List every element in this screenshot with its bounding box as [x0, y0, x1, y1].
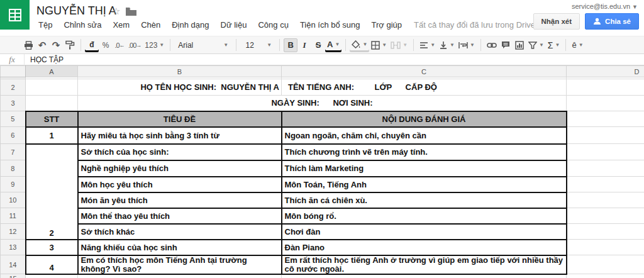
strikethrough-button[interactable]: S: [311, 38, 325, 52]
bold-button[interactable]: B: [284, 38, 297, 52]
account-email[interactable]: service@tis.edu.vn ▼: [572, 3, 638, 10]
cell-D15[interactable]: [567, 274, 644, 278]
formula-bar-value[interactable]: HỌC TẬP: [25, 55, 64, 64]
folder-icon[interactable]: [126, 7, 136, 18]
merge-cells-button[interactable]: ▼: [389, 38, 409, 52]
currency-format-button[interactable]: đ: [85, 38, 99, 52]
cell-B6[interactable]: Hãy miêu tả học sinh bằng 3 tính từ: [78, 127, 282, 144]
row-header-13[interactable]: 13: [1, 240, 26, 255]
cell-A13[interactable]: 3: [26, 240, 78, 255]
cell-D7[interactable]: [567, 144, 644, 160]
insert-link-button[interactable]: [485, 38, 499, 52]
cell-D9[interactable]: [567, 177, 644, 192]
menu-insert[interactable]: Chèn: [135, 18, 166, 31]
star-icon[interactable]: ☆: [112, 6, 120, 17]
cell-C2[interactable]: TÊN TIẾNG ANH: LỚP CẤP ĐỘ: [282, 79, 567, 96]
sheets-logo-icon[interactable]: [0, 0, 30, 30]
column-header-B[interactable]: B: [78, 66, 282, 77]
row-header-12[interactable]: 12: [1, 224, 26, 240]
cell-C8[interactable]: Thích làm Marketing: [282, 160, 567, 177]
cell-A15[interactable]: [26, 274, 78, 278]
cell-B12[interactable]: Sở thích khác: [78, 224, 282, 240]
cell-B5[interactable]: TIÊU ĐỀ: [78, 111, 282, 127]
horizontal-align-button[interactable]: ▼: [418, 38, 437, 52]
menu-data[interactable]: Dữ liệu: [215, 18, 253, 31]
text-color-button[interactable]: A▼: [325, 38, 341, 52]
cell-B14[interactable]: Em có thích học môn Tiếng Anh tại trường…: [78, 255, 282, 274]
undo-button[interactable]: ↶: [35, 38, 49, 52]
cell-D5[interactable]: [567, 111, 644, 127]
increase-decimal-button[interactable]: .00→: [126, 38, 143, 52]
wrap-text-button[interactable]: ▼: [457, 38, 477, 52]
menu-help[interactable]: Trợ giúp: [366, 18, 408, 31]
cell-B15[interactable]: [78, 274, 282, 278]
row-header-5[interactable]: 5: [1, 111, 26, 127]
cell-D3[interactable]: [567, 96, 644, 111]
cell-B13[interactable]: Năng khiếu của học sinh: [78, 240, 282, 255]
cell-A14[interactable]: 4: [26, 255, 78, 274]
fill-color-button[interactable]: ▼: [350, 38, 369, 52]
row-header-9[interactable]: 9: [1, 177, 26, 192]
percent-format-button[interactable]: %: [99, 38, 113, 52]
share-button[interactable]: Chia sẻ: [585, 13, 639, 30]
cell-C14[interactable]: Em rất thích học tiếng Anh ở trường vì g…: [282, 255, 567, 274]
menu-tools[interactable]: Công cụ: [252, 18, 294, 31]
document-title[interactable]: NGUYỄN THỊ A: [36, 4, 116, 18]
row-header-15[interactable]: 15: [1, 274, 26, 278]
cell-B10[interactable]: Món ăn yêu thích: [78, 192, 282, 208]
row-header-3[interactable]: 3: [1, 96, 26, 111]
insert-chart-button[interactable]: [513, 38, 526, 52]
menu-addons[interactable]: Tiện ích bổ sung: [294, 18, 366, 31]
column-header-C[interactable]: C: [282, 66, 567, 77]
cell-C12[interactable]: Chơi đàn: [282, 224, 567, 240]
cell-D14[interactable]: [567, 255, 644, 274]
cell-D11[interactable]: [567, 208, 644, 224]
vertical-align-button[interactable]: ▼: [437, 38, 457, 52]
cell-A3[interactable]: [26, 96, 78, 111]
italic-button[interactable]: I: [297, 38, 311, 52]
cell-B8[interactable]: Nghề nghiệp yêu thích: [78, 160, 282, 177]
cell-C7[interactable]: Thích chương trình vẽ trên máy tính.: [282, 144, 567, 160]
menu-format[interactable]: Định dạng: [166, 18, 214, 31]
font-family-select[interactable]: Arial▼: [174, 38, 232, 52]
row-header-14[interactable]: 14: [1, 255, 26, 274]
decrease-decimal-button[interactable]: .0←: [113, 38, 126, 52]
cell-D6[interactable]: [567, 127, 644, 144]
cell-B9[interactable]: Môn học yêu thích: [78, 177, 282, 192]
cell-D2[interactable]: [567, 79, 644, 96]
menu-view[interactable]: Xem: [107, 18, 135, 31]
row-header-6[interactable]: 6: [1, 127, 26, 144]
cell-A7-A12-merged[interactable]: 2: [26, 144, 78, 240]
number-format-button[interactable]: 123▼: [143, 38, 166, 52]
cell-C15[interactable]: [282, 274, 567, 278]
row-header-7[interactable]: 7: [1, 144, 26, 160]
filter-button[interactable]: ▼: [526, 38, 546, 52]
borders-button[interactable]: ▼: [369, 38, 389, 52]
cell-D8[interactable]: [567, 160, 644, 177]
functions-button[interactable]: Σ▼: [546, 38, 562, 52]
cell-B3[interactable]: NGÀY SINH: NƠI SINH:: [78, 96, 567, 111]
row-header-10[interactable]: 10: [1, 192, 26, 208]
cell-A2[interactable]: [26, 79, 78, 96]
redo-button[interactable]: ↷: [49, 38, 63, 52]
row-header-11[interactable]: 11: [1, 208, 26, 224]
select-all-corner[interactable]: [1, 66, 26, 77]
cell-D12[interactable]: [567, 224, 644, 240]
cell-C9[interactable]: Môn Toán, Tiếng Anh: [282, 177, 567, 192]
font-size-select[interactable]: 12▼: [240, 38, 275, 52]
insert-comment-button[interactable]: [499, 38, 513, 52]
cell-B7[interactable]: Sở thích của học sinh:: [78, 144, 282, 160]
cell-C6[interactable]: Ngoan ngoãn, chăm chỉ, chuyên cần: [282, 127, 567, 144]
print-button[interactable]: [21, 38, 35, 52]
cell-C10[interactable]: Thích ăn cá chiên xù.: [282, 192, 567, 208]
comments-button[interactable]: Nhận xét: [533, 13, 580, 30]
cell-A6[interactable]: 1: [26, 127, 78, 144]
cell-A5[interactable]: STT: [26, 111, 78, 127]
cell-C13[interactable]: Đàn Piano: [282, 240, 567, 255]
cell-D13[interactable]: [567, 240, 644, 255]
column-header-D[interactable]: D: [567, 66, 644, 77]
row-header-2[interactable]: 2: [1, 79, 26, 96]
menu-file[interactable]: Tệp: [33, 18, 58, 31]
cell-D10[interactable]: [567, 192, 644, 208]
column-header-A[interactable]: A: [26, 66, 78, 77]
